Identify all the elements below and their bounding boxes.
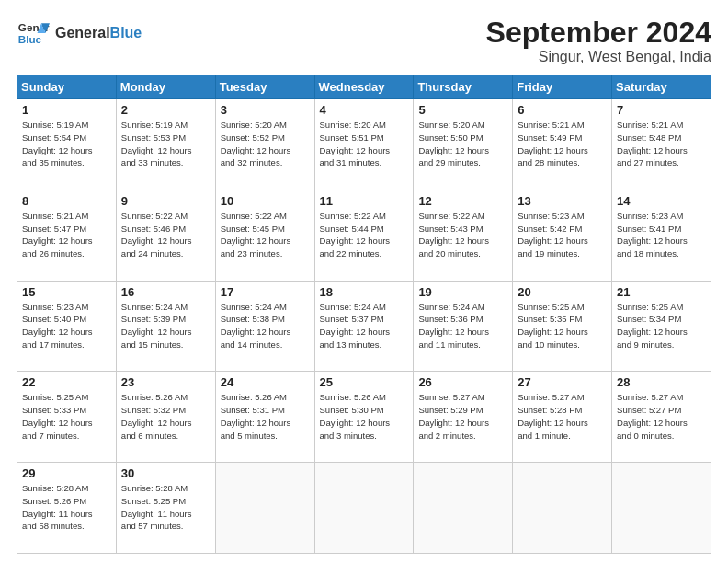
day-info: Sunrise: 5:22 AM Sunset: 5:43 PM Dayligh… — [418, 210, 507, 260]
day-info: Sunrise: 5:28 AM Sunset: 5:25 PM Dayligh… — [121, 482, 210, 533]
table-row: 21Sunrise: 5:25 AM Sunset: 5:34 PM Dayli… — [612, 281, 711, 372]
col-tuesday: Tuesday — [215, 75, 314, 99]
day-info: Sunrise: 5:25 AM Sunset: 5:34 PM Dayligh… — [617, 301, 706, 351]
col-sunday: Sunday — [17, 75, 117, 99]
table-row: 17Sunrise: 5:24 AM Sunset: 5:38 PM Dayli… — [215, 281, 314, 372]
day-info: Sunrise: 5:23 AM Sunset: 5:42 PM Dayligh… — [518, 210, 607, 260]
day-info: Sunrise: 5:26 AM Sunset: 5:30 PM Dayligh… — [320, 391, 409, 442]
table-row: 24Sunrise: 5:26 AM Sunset: 5:31 PM Dayli… — [215, 372, 314, 463]
col-wednesday: Wednesday — [314, 75, 414, 99]
table-row: 13Sunrise: 5:23 AM Sunset: 5:42 PM Dayli… — [513, 190, 612, 281]
day-info: Sunrise: 5:27 AM Sunset: 5:27 PM Dayligh… — [617, 391, 706, 442]
table-row: 8Sunrise: 5:21 AM Sunset: 5:47 PM Daylig… — [17, 190, 117, 281]
day-number: 30 — [121, 466, 210, 480]
table-row: 2Sunrise: 5:19 AM Sunset: 5:53 PM Daylig… — [116, 99, 215, 190]
day-info: Sunrise: 5:20 AM Sunset: 5:52 PM Dayligh… — [221, 119, 310, 169]
table-row: 22Sunrise: 5:25 AM Sunset: 5:33 PM Dayli… — [17, 372, 117, 463]
day-number: 26 — [418, 375, 507, 389]
table-row: 20Sunrise: 5:25 AM Sunset: 5:35 PM Dayli… — [513, 281, 612, 372]
table-row: 26Sunrise: 5:27 AM Sunset: 5:29 PM Dayli… — [414, 372, 513, 463]
svg-text:Blue: Blue — [18, 33, 42, 45]
day-number: 17 — [221, 285, 310, 299]
day-info: Sunrise: 5:24 AM Sunset: 5:36 PM Dayligh… — [418, 301, 507, 351]
table-row: 18Sunrise: 5:24 AM Sunset: 5:37 PM Dayli… — [314, 281, 414, 372]
day-info: Sunrise: 5:24 AM Sunset: 5:37 PM Dayligh… — [320, 301, 409, 351]
day-info: Sunrise: 5:27 AM Sunset: 5:28 PM Dayligh… — [518, 391, 607, 442]
day-info: Sunrise: 5:21 AM Sunset: 5:49 PM Dayligh… — [518, 119, 607, 169]
calendar-header-row: Sunday Monday Tuesday Wednesday Thursday… — [17, 75, 711, 99]
day-number: 2 — [121, 103, 210, 117]
day-info: Sunrise: 5:25 AM Sunset: 5:33 PM Dayligh… — [22, 391, 111, 442]
day-number: 16 — [121, 285, 210, 299]
day-number: 4 — [320, 103, 409, 117]
calendar-week-row: 1Sunrise: 5:19 AM Sunset: 5:54 PM Daylig… — [17, 99, 711, 190]
day-info: Sunrise: 5:23 AM Sunset: 5:41 PM Dayligh… — [617, 210, 706, 260]
day-number: 29 — [22, 466, 111, 480]
col-saturday: Saturday — [612, 75, 711, 99]
day-number: 27 — [518, 375, 607, 389]
day-info: Sunrise: 5:19 AM Sunset: 5:54 PM Dayligh… — [22, 119, 111, 169]
table-row: 10Sunrise: 5:22 AM Sunset: 5:45 PM Dayli… — [215, 190, 314, 281]
day-info: Sunrise: 5:25 AM Sunset: 5:35 PM Dayligh… — [518, 301, 607, 351]
table-row: 23Sunrise: 5:26 AM Sunset: 5:32 PM Dayli… — [116, 372, 215, 463]
day-number: 23 — [121, 375, 210, 389]
col-friday: Friday — [513, 75, 612, 99]
logo-icon: General Blue — [17, 17, 50, 50]
day-number: 7 — [617, 103, 706, 117]
day-info: Sunrise: 5:20 AM Sunset: 5:51 PM Dayligh… — [320, 119, 409, 169]
day-number: 9 — [121, 194, 210, 208]
table-row: 7Sunrise: 5:21 AM Sunset: 5:48 PM Daylig… — [612, 99, 711, 190]
table-row: 19Sunrise: 5:24 AM Sunset: 5:36 PM Dayli… — [414, 281, 513, 372]
table-row — [612, 463, 711, 554]
title-block: September 2024 Singur, West Bengal, Indi… — [486, 17, 711, 65]
calendar-week-row: 29Sunrise: 5:28 AM Sunset: 5:26 PM Dayli… — [17, 463, 711, 554]
day-number: 5 — [418, 103, 507, 117]
day-number: 20 — [518, 285, 607, 299]
day-number: 22 — [22, 375, 111, 389]
col-monday: Monday — [116, 75, 215, 99]
table-row — [314, 463, 414, 554]
table-row: 27Sunrise: 5:27 AM Sunset: 5:28 PM Dayli… — [513, 372, 612, 463]
table-row: 28Sunrise: 5:27 AM Sunset: 5:27 PM Dayli… — [612, 372, 711, 463]
table-row: 4Sunrise: 5:20 AM Sunset: 5:51 PM Daylig… — [314, 99, 414, 190]
table-row: 30Sunrise: 5:28 AM Sunset: 5:25 PM Dayli… — [116, 463, 215, 554]
page-subtitle: Singur, West Bengal, India — [486, 49, 711, 65]
day-number: 11 — [320, 194, 409, 208]
day-number: 21 — [617, 285, 706, 299]
table-row: 5Sunrise: 5:20 AM Sunset: 5:50 PM Daylig… — [414, 99, 513, 190]
day-info: Sunrise: 5:28 AM Sunset: 5:26 PM Dayligh… — [22, 482, 111, 533]
table-row: 16Sunrise: 5:24 AM Sunset: 5:39 PM Dayli… — [116, 281, 215, 372]
day-number: 10 — [221, 194, 310, 208]
table-row: 29Sunrise: 5:28 AM Sunset: 5:26 PM Dayli… — [17, 463, 117, 554]
day-info: Sunrise: 5:22 AM Sunset: 5:46 PM Dayligh… — [121, 210, 210, 260]
calendar-week-row: 15Sunrise: 5:23 AM Sunset: 5:40 PM Dayli… — [17, 281, 711, 372]
day-number: 19 — [418, 285, 507, 299]
day-info: Sunrise: 5:21 AM Sunset: 5:47 PM Dayligh… — [22, 210, 111, 260]
logo-text: GeneralBlue — [55, 25, 142, 41]
day-info: Sunrise: 5:26 AM Sunset: 5:31 PM Dayligh… — [221, 391, 310, 442]
table-row: 9Sunrise: 5:22 AM Sunset: 5:46 PM Daylig… — [116, 190, 215, 281]
day-number: 14 — [617, 194, 706, 208]
day-info: Sunrise: 5:24 AM Sunset: 5:39 PM Dayligh… — [121, 301, 210, 351]
table-row: 1Sunrise: 5:19 AM Sunset: 5:54 PM Daylig… — [17, 99, 117, 190]
table-row: 3Sunrise: 5:20 AM Sunset: 5:52 PM Daylig… — [215, 99, 314, 190]
day-number: 3 — [221, 103, 310, 117]
day-number: 13 — [518, 194, 607, 208]
table-row — [513, 463, 612, 554]
table-row: 12Sunrise: 5:22 AM Sunset: 5:43 PM Dayli… — [414, 190, 513, 281]
col-thursday: Thursday — [414, 75, 513, 99]
day-info: Sunrise: 5:19 AM Sunset: 5:53 PM Dayligh… — [121, 119, 210, 169]
day-number: 1 — [22, 103, 111, 117]
day-info: Sunrise: 5:20 AM Sunset: 5:50 PM Dayligh… — [418, 119, 507, 169]
day-number: 28 — [617, 375, 706, 389]
table-row: 25Sunrise: 5:26 AM Sunset: 5:30 PM Dayli… — [314, 372, 414, 463]
header: General Blue GeneralBlue September 2024 … — [17, 17, 711, 65]
calendar-week-row: 8Sunrise: 5:21 AM Sunset: 5:47 PM Daylig… — [17, 190, 711, 281]
day-number: 18 — [320, 285, 409, 299]
table-row — [215, 463, 314, 554]
table-row: 15Sunrise: 5:23 AM Sunset: 5:40 PM Dayli… — [17, 281, 117, 372]
day-number: 25 — [320, 375, 409, 389]
day-number: 15 — [22, 285, 111, 299]
table-row: 14Sunrise: 5:23 AM Sunset: 5:41 PM Dayli… — [612, 190, 711, 281]
day-info: Sunrise: 5:21 AM Sunset: 5:48 PM Dayligh… — [617, 119, 706, 169]
